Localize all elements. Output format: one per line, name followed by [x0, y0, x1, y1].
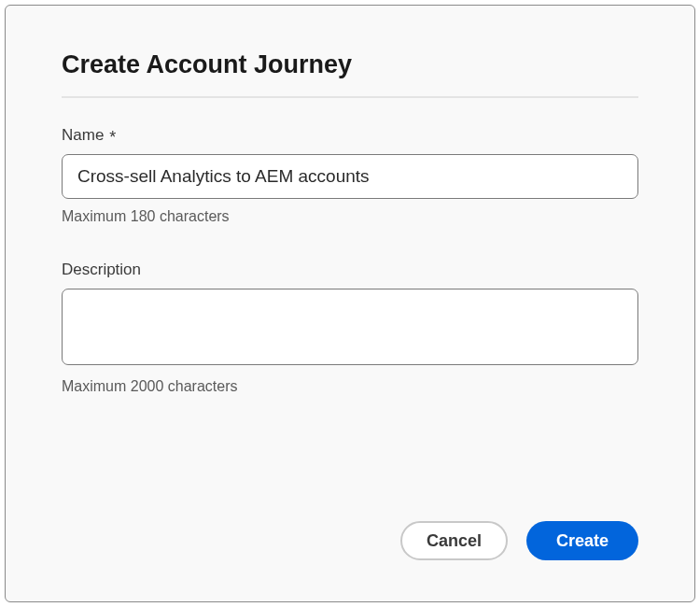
name-label: Name *	[62, 126, 638, 145]
description-field-group: Description Maximum 2000 characters	[62, 261, 638, 395]
description-label-text: Description	[62, 261, 141, 279]
create-account-journey-dialog: Create Account Journey Name * Maximum 18…	[5, 5, 695, 602]
title-divider	[62, 96, 638, 98]
cancel-button[interactable]: Cancel	[400, 521, 508, 560]
name-helper-text: Maximum 180 characters	[62, 208, 638, 225]
required-asterisk-icon: *	[109, 129, 116, 146]
name-label-text: Name	[62, 126, 104, 145]
description-textarea[interactable]	[62, 289, 638, 365]
description-helper-text: Maximum 2000 characters	[62, 378, 638, 395]
name-field-group: Name * Maximum 180 characters	[62, 126, 638, 225]
dialog-title: Create Account Journey	[62, 50, 638, 79]
dialog-button-row: Cancel Create	[400, 521, 638, 560]
description-label: Description	[62, 261, 638, 279]
name-input[interactable]	[62, 154, 638, 199]
create-button[interactable]: Create	[526, 521, 638, 560]
